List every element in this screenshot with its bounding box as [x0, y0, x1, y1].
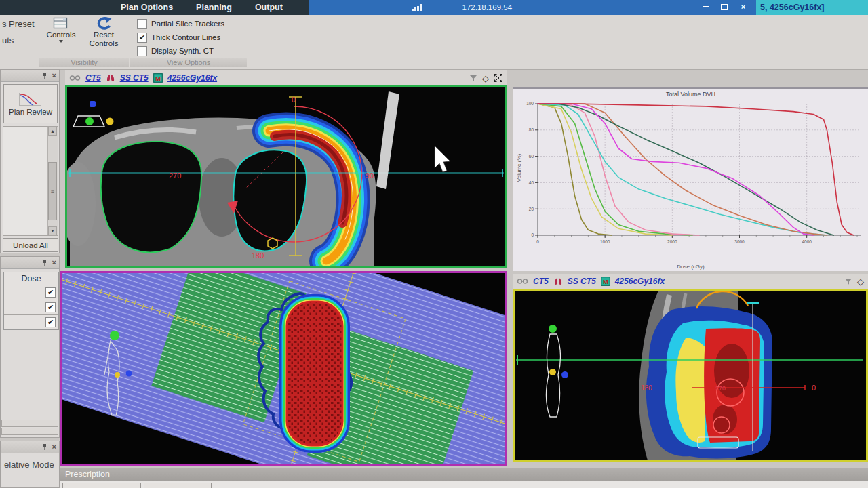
remote-session-bar: 172.18.169.54 × — [309, 0, 756, 15]
signal-icon — [412, 4, 422, 11]
bev-viewport[interactable]: X1 X2 Y2 Y1 — [60, 271, 507, 466]
funnel-icon[interactable] — [469, 75, 477, 82]
link-ct5[interactable]: CT5 — [533, 277, 549, 286]
dose-checkbox[interactable]: ✔ — [45, 317, 56, 327]
prescription-tab[interactable] — [144, 483, 212, 488]
glasses-icon[interactable] — [517, 278, 528, 285]
close-icon[interactable]: × — [52, 72, 56, 79]
tab-plan-options[interactable]: Plan Options — [121, 3, 173, 12]
dose-checkbox[interactable]: ✔ — [45, 302, 56, 312]
axial-viewport-header: CT5 SS CT5 M 4256cGy16fx ◇ — [65, 70, 507, 85]
glasses-icon[interactable] — [69, 75, 81, 81]
panel-header: × — [1, 441, 59, 453]
plan-review-icon — [18, 92, 43, 108]
relative-mode-label: elative Mode — [4, 460, 54, 470]
axial-view-canvas[interactable]: 0 270 90 180 — [65, 85, 507, 268]
checkbox-box[interactable] — [137, 19, 147, 29]
checkbox-display-synth-ct[interactable]: Display Synth. CT — [137, 45, 214, 56]
plan-list[interactable]: ▲ ≡ ▼ — [3, 126, 58, 236]
svg-text:40: 40 — [529, 180, 534, 185]
close-icon[interactable]: × — [52, 259, 56, 266]
link-plan[interactable]: 4256cGy16fx — [167, 73, 217, 83]
checkbox-box[interactable]: ✔ — [137, 33, 147, 43]
close-icon[interactable]: × — [52, 443, 56, 451]
pin-icon[interactable] — [41, 259, 48, 266]
prescription-title: Prescription — [65, 470, 110, 479]
minimize-button[interactable] — [701, 2, 710, 12]
angle-label-right: 0 — [812, 384, 816, 392]
scroll-thumb[interactable]: ≡ — [48, 162, 57, 220]
dvh-chart: 01000200030004000020406080100 — [513, 98, 868, 256]
unload-all-label: Unload All — [13, 241, 48, 249]
link-ss-ct5[interactable]: SS CT5 — [568, 277, 596, 286]
checkbox-label: Partial Slice Trackers — [151, 20, 224, 28]
restore-button[interactable] — [719, 2, 729, 12]
funnel-icon[interactable] — [844, 278, 852, 285]
link-plan[interactable]: 4256cGy16fx — [615, 277, 665, 286]
svg-text:3000: 3000 — [734, 239, 745, 244]
dose-checkbox[interactable]: ✔ — [45, 287, 56, 298]
checkbox-box[interactable] — [137, 46, 147, 56]
angle-label-right: 90 — [366, 171, 374, 180]
dvh-title: Total Volume DVH — [513, 91, 868, 98]
dose-row[interactable]: ✔ — [4, 300, 58, 315]
reset-controls-button[interactable]: Reset Controls — [83, 17, 125, 48]
plan-review-panel: × Plan Review ▲ ≡ ▼ Unload All — [0, 69, 60, 253]
pin-icon[interactable] — [41, 72, 48, 79]
bev-image: X1 X2 Y2 Y1 — [62, 273, 505, 464]
ribbon: s Preset uts Controls Reset C — [0, 15, 868, 70]
plan-icon: M — [601, 277, 610, 286]
controls-label: Controls — [47, 30, 76, 39]
svg-text:20: 20 — [529, 207, 534, 211]
window-title-fragment: 5, 4256cGy16fx] — [760, 3, 825, 12]
plan-review-button[interactable]: Plan Review — [3, 84, 58, 123]
reset-label-1: Reset — [94, 30, 114, 39]
prescription-tab[interactable] — [62, 483, 141, 488]
checkbox-thick-contour-lines[interactable]: ✔ Thick Contour Lines — [137, 32, 220, 43]
expand-icon[interactable] — [494, 73, 503, 83]
axial-ct-image: 0 270 90 180 — [67, 87, 505, 266]
dose-row[interactable]: ✔ — [4, 315, 58, 329]
lungs-icon — [106, 74, 115, 83]
svg-text:100: 100 — [526, 101, 534, 106]
controls-button[interactable]: Controls — [43, 17, 79, 43]
scrollbar[interactable]: ▲ ≡ ▼ — [47, 127, 58, 235]
plan-review-label: Plan Review — [9, 108, 52, 116]
dose-panel: × Dose ✔ ✔ ✔ — [0, 256, 60, 438]
app-title-bar: 5, 4256cGy16fx] — [756, 0, 868, 15]
tab-output[interactable]: Output — [255, 3, 283, 12]
dvh-viewport[interactable]: Total Volume DVH 01000200030004000020406… — [513, 87, 868, 271]
dvh-ylabel: Volume (%) — [516, 146, 522, 190]
scroll-up-button[interactable]: ▲ — [48, 127, 57, 136]
close-button[interactable]: × — [738, 2, 748, 12]
link-ct5[interactable]: CT5 — [85, 73, 101, 83]
chevron-down-icon — [59, 40, 63, 43]
visibility-group: Controls Reset Controls Visibility — [39, 15, 129, 68]
dose-row[interactable]: ✔ — [4, 285, 58, 300]
svg-text:0: 0 — [531, 232, 534, 237]
angle-label-top: 0 — [292, 96, 296, 104]
sagittal-view-canvas[interactable]: 180 270 0 — [513, 289, 868, 462]
diamond-icon[interactable]: ◇ — [482, 74, 489, 83]
link-ss-ct5[interactable]: SS CT5 — [120, 73, 149, 83]
svg-text:M: M — [603, 278, 608, 285]
checkbox-partial-slice-trackers[interactable]: Partial Slice Trackers — [137, 18, 224, 29]
scroll-down-button[interactable]: ▼ — [48, 226, 57, 235]
diamond-icon[interactable]: ◇ — [857, 277, 864, 286]
ribbon-tab-strip: Plan Options Planning Output — [121, 3, 283, 12]
ribbon-left-fragment-1[interactable]: s Preset — [2, 19, 35, 29]
dvh-xlabel: Dose (cGy) — [513, 264, 868, 270]
treatment-planning-app: Plan Options Planning Output 172.18.169.… — [0, 0, 868, 488]
ribbon-left-fragment-2[interactable]: uts — [2, 35, 14, 45]
unload-all-button[interactable]: Unload All — [3, 238, 58, 252]
tab-planning[interactable]: Planning — [196, 3, 232, 12]
remote-ip: 172.18.169.54 — [462, 3, 513, 12]
svg-text:0: 0 — [536, 239, 539, 244]
dose-column-header: Dose — [4, 272, 58, 285]
sagittal-viewport-header: CT5 SS CT5 M 4256cGy16fx ◇ — [513, 274, 868, 289]
bev-dose-colorwash — [287, 302, 342, 445]
prescription-header[interactable]: Prescription — [60, 468, 868, 481]
pin-icon[interactable] — [41, 443, 48, 451]
panel-header: × — [1, 257, 59, 269]
sagittal-viewport: CT5 SS CT5 M 4256cGy16fx ◇ — [513, 274, 868, 462]
